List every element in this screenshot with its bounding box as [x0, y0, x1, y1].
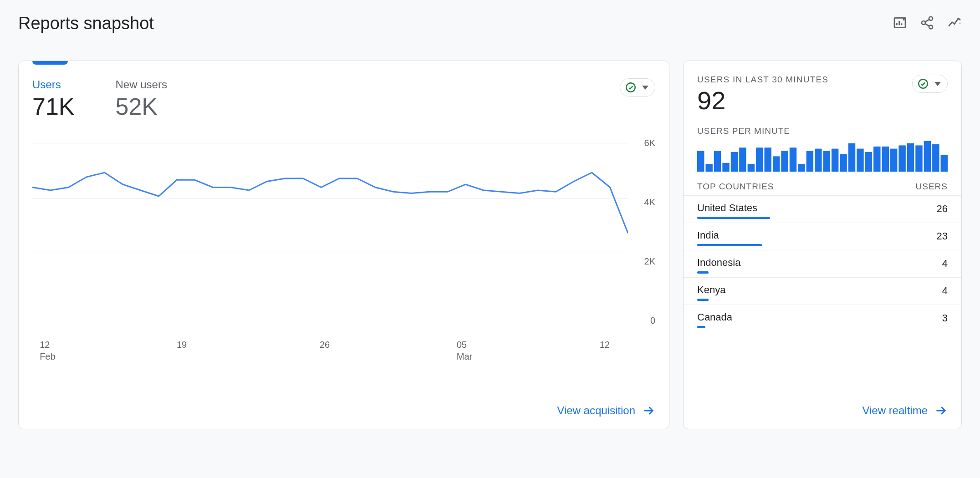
y-tick-label: 4K — [633, 197, 655, 208]
x-tick-sublabel: Mar — [457, 351, 472, 362]
svg-rect-12 — [748, 164, 755, 172]
status-dropdown[interactable] — [912, 75, 948, 93]
view-acquisition-link[interactable]: View acquisition — [557, 404, 655, 417]
svg-rect-6 — [697, 151, 704, 172]
country-users: 3 — [942, 311, 948, 324]
country-name: India — [697, 229, 937, 241]
metric-users[interactable]: Users 71K — [32, 78, 75, 120]
country-name: United States — [697, 202, 937, 214]
country-bar — [697, 326, 705, 328]
x-tick-sublabel: Feb — [40, 351, 55, 362]
svg-rect-35 — [941, 155, 948, 172]
y-tick-label: 2K — [633, 256, 655, 267]
svg-rect-8 — [714, 151, 721, 172]
svg-rect-9 — [722, 163, 729, 172]
svg-point-1 — [929, 16, 933, 20]
svg-rect-25 — [857, 149, 863, 172]
acquisition-card: Users 71K New users 52K — [18, 61, 669, 429]
svg-rect-20 — [815, 149, 822, 172]
svg-point-2 — [922, 21, 925, 25]
x-axis: 12Feb192605Mar12 — [32, 339, 628, 366]
x-tick-label: 19 — [177, 339, 187, 351]
cards-row: Users 71K New users 52K — [18, 61, 962, 429]
svg-rect-33 — [924, 141, 931, 172]
metric-label: New users — [116, 78, 167, 91]
country-bar — [697, 244, 762, 246]
check-circle-icon — [917, 78, 929, 90]
country-row[interactable]: Canada 3 — [684, 305, 961, 332]
status-dropdown[interactable] — [620, 78, 655, 97]
svg-rect-32 — [915, 145, 922, 172]
country-users: 26 — [937, 202, 948, 215]
svg-rect-19 — [806, 151, 813, 172]
y-tick-label: 0 — [633, 315, 655, 326]
svg-rect-29 — [890, 149, 897, 172]
active-tab-indicator — [32, 61, 68, 65]
country-users: 4 — [942, 284, 948, 297]
svg-rect-31 — [907, 143, 914, 172]
svg-rect-17 — [790, 147, 796, 172]
metric-new-users[interactable]: New users 52K — [116, 78, 167, 120]
metric-value: 71K — [32, 93, 75, 120]
view-realtime-link[interactable]: View realtime — [862, 404, 948, 417]
line-chart-area: 02K4K6K — [32, 143, 655, 334]
realtime-card: USERS IN LAST 30 MINUTES 92 USERS PER MI… — [683, 61, 962, 429]
chevron-down-icon — [642, 86, 648, 90]
svg-rect-26 — [865, 152, 872, 172]
arrow-right-icon — [935, 404, 948, 417]
x-tick-label: 05 — [457, 339, 472, 351]
svg-rect-16 — [781, 151, 788, 172]
realtime-heading: USERS IN LAST 30 MINUTES — [697, 75, 948, 85]
svg-rect-11 — [739, 147, 746, 172]
countries-header: TOP COUNTRIES USERS — [684, 177, 961, 196]
svg-rect-30 — [898, 145, 905, 172]
svg-rect-27 — [873, 147, 880, 172]
spark-bars — [684, 139, 961, 177]
countries-header-right: USERS — [916, 182, 948, 192]
metrics-row: Users 71K New users 52K — [19, 65, 669, 125]
edit-chart-icon[interactable] — [893, 15, 907, 32]
svg-rect-18 — [798, 164, 805, 172]
svg-point-3 — [929, 25, 933, 29]
country-bar — [697, 217, 770, 219]
country-bar — [697, 271, 709, 274]
insights-icon[interactable] — [947, 15, 962, 32]
page-title: Reports snapshot — [18, 14, 154, 33]
x-tick-label: 12 — [600, 339, 610, 351]
metric-label: Users — [32, 78, 75, 91]
country-users: 4 — [942, 257, 948, 270]
x-tick: 12 — [600, 339, 610, 351]
country-row[interactable]: Kenya 4 — [684, 278, 961, 305]
svg-rect-28 — [882, 147, 889, 172]
svg-rect-23 — [840, 154, 847, 172]
country-row[interactable]: India 23 — [684, 223, 961, 250]
country-name: Indonesia — [697, 257, 942, 269]
check-circle-icon — [625, 81, 637, 93]
svg-rect-14 — [764, 147, 771, 172]
realtime-value: 92 — [697, 86, 948, 115]
link-label: View realtime — [862, 404, 928, 417]
svg-rect-21 — [823, 151, 830, 172]
svg-rect-24 — [848, 143, 855, 172]
header-actions — [893, 15, 962, 32]
country-name: Canada — [697, 311, 942, 323]
svg-rect-34 — [932, 144, 939, 172]
page-header: Reports snapshot — [18, 14, 962, 33]
svg-rect-15 — [773, 156, 780, 172]
countries-header-left: TOP COUNTRIES — [697, 182, 774, 192]
users-per-minute-label: USERS PER MINUTE — [684, 118, 961, 139]
arrow-right-icon — [643, 404, 655, 417]
link-label: View acquisition — [557, 404, 635, 417]
svg-rect-13 — [756, 147, 763, 172]
country-row[interactable]: United States 26 — [684, 196, 961, 223]
x-tick-label: 26 — [320, 339, 330, 351]
country-row[interactable]: Indonesia 4 — [684, 250, 961, 278]
y-tick-label: 6K — [633, 138, 655, 148]
country-users: 23 — [937, 229, 948, 242]
line-chart — [32, 143, 628, 320]
country-bar — [697, 299, 709, 301]
share-icon[interactable] — [920, 15, 934, 32]
chevron-down-icon — [934, 82, 941, 86]
svg-rect-7 — [705, 164, 712, 172]
country-name: Kenya — [697, 284, 942, 296]
